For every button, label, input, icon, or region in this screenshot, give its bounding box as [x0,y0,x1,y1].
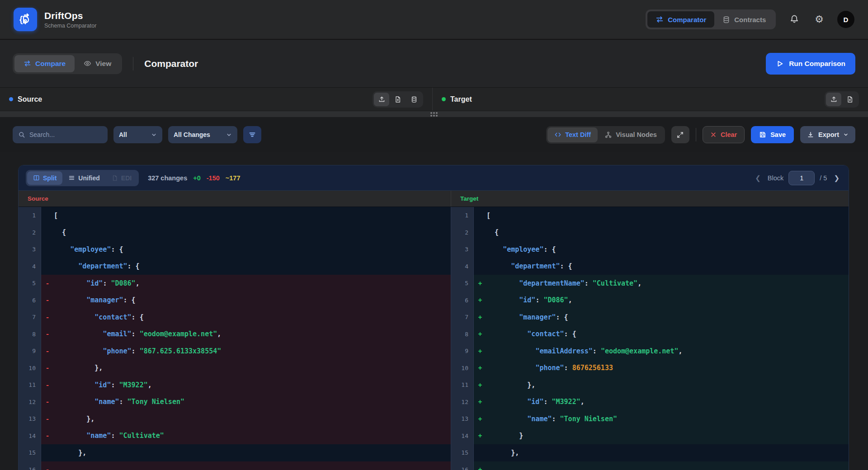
code-text: { [486,228,499,236]
notifications-button[interactable] [788,12,801,27]
filter-lines-button[interactable] [243,126,261,143]
change-marker: - [41,280,54,287]
line-number: 2 [19,224,41,241]
code-text: }, [54,449,86,457]
type-filter-select[interactable]: All [113,126,162,143]
line-number: 6 [19,292,41,309]
source-database-button[interactable] [406,93,422,106]
diff-line: 3 "employee": { [19,241,451,258]
line-number: 15 [19,444,41,461]
line-number: 3 [451,241,474,258]
filter-icon [248,131,256,139]
source-panel-header: Source [0,88,433,111]
x-icon [710,132,717,138]
diff-line: 12+ "id": "M3922", [451,394,849,411]
drag-handle-icon [430,112,438,117]
mode-toggle: Compare View [13,53,122,74]
line-number: 9 [19,343,41,360]
line-number: 1 [19,207,41,224]
page-title: Comparator [144,58,198,69]
view-tab-text-diff[interactable]: Text Diff [547,127,598,142]
diff-line: 8+ "contact": { [451,326,849,343]
code-text: "manager": { [54,296,136,304]
main-nav: Comparator Contracts [646,9,776,29]
search-input[interactable] [29,131,102,138]
change-marker: + [474,466,486,470]
change-marker: - [41,415,54,423]
change-marker: - [41,314,54,321]
user-avatar[interactable]: D [837,11,854,28]
panel-splitter[interactable] [0,111,868,117]
prev-block-button[interactable]: ❮ [753,173,763,183]
layout-tab-split[interactable]: Split [27,171,62,185]
source-file-button[interactable] [390,93,406,106]
source-upload-button[interactable] [374,93,389,106]
diff-line: 5+ "departmentName": "Cultivate", [451,275,849,292]
fullscreen-button[interactable] [671,126,689,143]
block-number-input[interactable] [788,171,815,185]
target-file-button[interactable] [842,93,858,106]
source-panel-label: Source [18,95,42,103]
line-number: 13 [19,410,41,428]
line-number: 16 [19,461,41,470]
page-toolbar: Compare View Comparator Run Comparison [0,40,868,88]
nodes-tree-icon [604,131,612,139]
line-number: 2 [451,224,474,241]
target-upload-button[interactable] [826,93,841,106]
code-text: "id": "M3922", [486,398,585,406]
layout-tab-unified[interactable]: Unified [62,171,105,185]
diff-line: 16+ [451,461,849,470]
change-filter-select[interactable]: All Changes [168,126,237,143]
diff-line: 4 "department": { [451,258,849,275]
diff-line: 12- "name": "Tony Nielsen" [19,394,451,411]
diff-line: 9- "phone": "867.625.6133x38554" [19,343,451,360]
diff-line: 14+ } [451,428,849,445]
code-text: "name": "Tony Nielsen" [54,398,184,406]
code-text: "department": { [486,262,572,270]
target-actions [825,91,859,108]
line-number: 12 [19,394,41,411]
removed-count: -150 [207,174,220,182]
clear-button[interactable]: Clear [703,126,745,143]
next-block-button[interactable]: ❯ [832,173,841,183]
change-marker: - [41,296,54,304]
code-text: }, [486,449,519,457]
nav-tab-contracts[interactable]: Contracts [714,12,774,28]
mode-tab-view[interactable]: View [75,55,120,72]
view-tab-visual-nodes[interactable]: Visual Nodes [598,127,664,142]
diff-line: 4 "department": { [19,258,451,275]
change-marker: + [474,348,486,355]
code-text: "department": { [54,262,140,270]
divider [696,128,696,141]
save-button[interactable]: Save [751,126,794,143]
diff-line: 11+ }, [451,376,849,394]
diff-line: 14- "name": "Cultivate" [19,428,451,445]
bell-icon [789,14,799,24]
app-logo-icon [14,8,37,31]
document-icon [394,96,401,103]
code-text: "id": "M3922", [54,381,152,389]
line-number: 13 [451,410,474,428]
divider [133,57,133,70]
diff-line: 13+ "name": "Tony Nielsen" [451,410,849,428]
target-code-pane[interactable]: 1[2 {3 "employee": {4 "department": {5+ … [451,207,849,470]
nav-tab-comparator[interactable]: Comparator [647,11,714,28]
diff-line: 15 }, [451,444,849,461]
run-comparison-button[interactable]: Run Comparison [766,53,855,75]
eye-icon [84,60,91,67]
code-text: }, [54,415,94,423]
layout-tab-edi: EDI [106,171,137,185]
mode-tab-compare[interactable]: Compare [14,55,75,72]
block-total: / 5 [820,174,827,182]
code-text: "employee": { [54,245,123,254]
source-code-pane[interactable]: 1[2 {3 "employee": {4 "department": {5- … [19,207,451,470]
line-number: 4 [19,258,41,275]
export-button[interactable]: Export [800,126,855,143]
diff-column-headers: Source Target [19,191,849,207]
settings-button[interactable]: ⚙ [813,13,826,26]
line-number: 10 [451,360,474,377]
panel-headers: Source [0,88,868,111]
code-text: "id": "D086", [486,296,572,304]
change-marker: + [474,280,486,287]
code-brackets-icon [554,131,561,138]
